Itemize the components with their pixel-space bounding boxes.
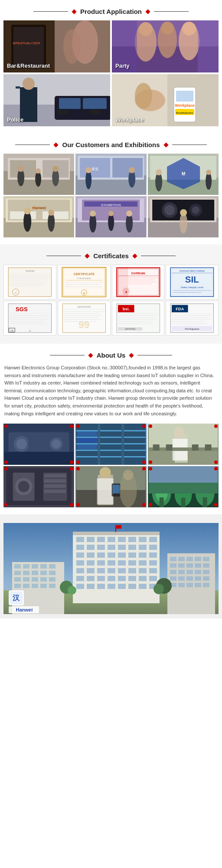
svg-rect-31	[176, 91, 193, 102]
svg-point-45	[36, 168, 41, 174]
svg-rect-295	[128, 537, 136, 542]
svg-rect-317	[108, 560, 115, 566]
customer-4-img: Hanwei	[3, 196, 74, 237]
cert-item-fda: FDA FDA Registered	[166, 301, 219, 335]
svg-text:FDA Registered: FDA Registered	[185, 328, 199, 330]
svg-rect-21	[59, 98, 81, 109]
dot-tr-2	[142, 424, 146, 428]
svg-rect-264	[148, 483, 218, 493]
svg-rect-160	[64, 313, 100, 314]
svg-rect-184	[172, 317, 208, 318]
svg-rect-322	[76, 568, 84, 573]
svg-text:BREATHALYZER: BREATHALYZER	[13, 41, 40, 45]
svg-rect-151	[10, 323, 46, 324]
svg-rect-159	[64, 311, 104, 312]
svg-text:Certificate: Certificate	[25, 270, 34, 272]
about-photo-2	[75, 424, 146, 465]
svg-rect-208	[100, 437, 122, 438]
about-content: Hanwei Electronics Group Corporation (St…	[0, 364, 222, 514]
svg-rect-271	[40, 564, 47, 569]
svg-rect-142	[173, 292, 202, 293]
svg-rect-350	[195, 557, 201, 561]
svg-rect-314	[76, 560, 84, 566]
svg-rect-280	[32, 577, 38, 582]
cert-item-2: CERTIFICATE OF ACHIEVEMENT ★	[58, 265, 111, 299]
svg-rect-310	[118, 552, 126, 558]
svg-rect-287	[49, 584, 56, 588]
svg-text:展览: 展览	[91, 167, 98, 171]
svg-rect-261	[181, 498, 185, 507]
svg-rect-368	[178, 583, 185, 587]
about-header: About Us	[0, 344, 222, 364]
svg-rect-342	[118, 584, 126, 589]
svg-rect-275	[32, 571, 38, 575]
svg-text:SIL: SIL	[185, 274, 199, 284]
workplace-label: Workplace	[115, 116, 144, 123]
customer-item-6	[148, 196, 219, 237]
svg-rect-206	[76, 456, 98, 457]
svg-rect-341	[108, 584, 115, 589]
header-line-right	[154, 11, 189, 12]
svg-rect-312	[139, 552, 147, 558]
svg-rect-332	[97, 576, 105, 581]
svg-rect-359	[186, 570, 193, 574]
svg-rect-183	[172, 315, 212, 316]
svg-rect-353	[178, 563, 185, 568]
product-application-grid-container: BREATHALYZER Bar&Restaurant	[0, 20, 222, 133]
about-photo-5	[75, 466, 146, 507]
certificates-header: Certificates	[0, 244, 222, 265]
customers-section: Our Customers and Exhibitions	[0, 133, 222, 244]
svg-rect-299	[87, 545, 95, 550]
svg-rect-276	[40, 571, 47, 575]
svg-rect-147	[10, 315, 50, 316]
customers-diamond-right	[163, 142, 168, 147]
svg-rect-118	[65, 282, 103, 283]
svg-rect-356	[203, 563, 209, 568]
svg-rect-347	[170, 557, 176, 561]
svg-rect-246	[97, 478, 114, 504]
app-item-bar-restaurant: BREATHALYZER Bar&Restaurant	[3, 20, 110, 72]
svg-rect-324	[97, 568, 105, 573]
svg-rect-330	[76, 576, 84, 581]
svg-rect-248	[113, 485, 120, 493]
svg-rect-307	[87, 552, 95, 558]
svg-point-87	[108, 211, 114, 216]
svg-rect-331	[87, 576, 95, 581]
svg-rect-274	[23, 571, 29, 575]
certificates-title: Certificates	[93, 252, 129, 260]
customer-item-5: EXHIBITION	[75, 196, 146, 237]
svg-point-14	[161, 22, 174, 35]
svg-rect-283	[14, 584, 21, 588]
dot-bl-6	[149, 503, 152, 506]
svg-rect-336	[139, 576, 147, 581]
dot-tl-3	[149, 424, 152, 428]
svg-point-245	[100, 467, 111, 478]
svg-rect-303	[128, 545, 136, 550]
svg-point-55	[85, 167, 91, 173]
svg-point-15	[182, 22, 196, 36]
svg-rect-216	[124, 456, 146, 457]
header-line-left	[33, 11, 68, 12]
svg-text:99: 99	[78, 319, 89, 330]
certs-diamond-right	[132, 253, 137, 258]
svg-rect-260	[159, 497, 163, 507]
svg-rect-148	[10, 317, 46, 318]
svg-rect-173	[118, 319, 157, 320]
svg-rect-268	[14, 564, 21, 569]
customer-6-img	[148, 196, 219, 237]
svg-text:CERTIFIED: CERTIFIED	[124, 328, 135, 330]
certs-row-2: SGS CE CE CERTIFICATE	[3, 301, 219, 335]
bar-restaurant-label: Bar&Restaurant	[7, 62, 50, 69]
svg-rect-334	[118, 576, 126, 581]
svg-rect-130	[119, 279, 154, 280]
svg-rect-109	[10, 286, 42, 286]
customers-title: Our Customers and Exhibitions	[62, 141, 160, 148]
dot-bl-3	[149, 460, 152, 464]
svg-rect-313	[149, 552, 157, 558]
customer-item-4: Hanwei	[3, 196, 74, 237]
cert-doc-img: CERTIFICATE 99	[59, 303, 109, 333]
svg-rect-286	[40, 584, 47, 588]
app-item-party: Party	[112, 20, 219, 72]
svg-text:CE: CE	[10, 329, 14, 332]
cert-2-img: CERTIFICATE OF ACHIEVEMENT ★	[59, 267, 109, 297]
